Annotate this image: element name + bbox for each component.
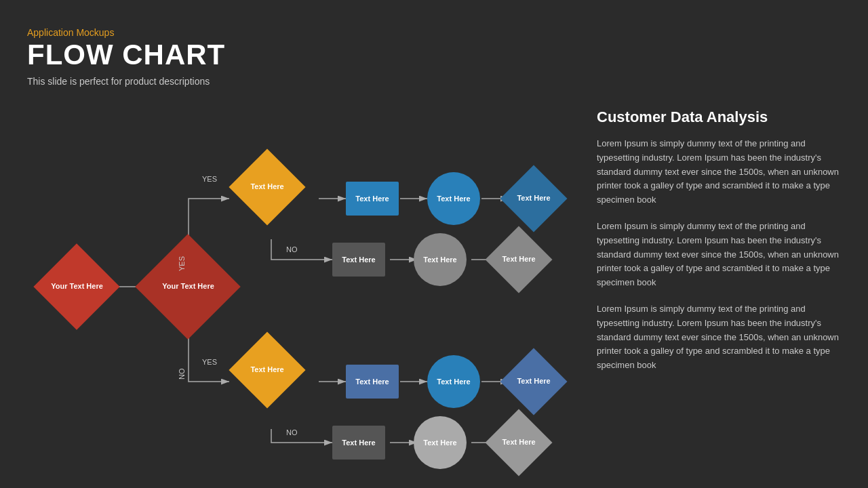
mid-rect-1: Text Here (332, 243, 385, 277)
yes-label-lower: YES (202, 358, 217, 366)
bot-bot-rect-1: Text Here (332, 426, 385, 460)
top-rect-1: Text Here (346, 182, 399, 216)
top-diamond-end: Text Here (500, 165, 568, 232)
top-circle: Text Here (427, 172, 480, 225)
no-label-upper: NO (286, 245, 298, 253)
header-title: FLOW CHART (27, 41, 225, 69)
header-subtitle: Application Mockups (27, 27, 225, 38)
decision1-diamond: Your Text Here (135, 234, 241, 340)
bot-top-diamond-end: Text Here (500, 348, 568, 415)
decision-yes-lower-label: Text Here (250, 365, 283, 374)
mid-diamond-end: Text Here (486, 226, 553, 293)
right-panel: Customer Data Analysis Lorem Ipsum is si… (597, 108, 848, 385)
yes-vertical-label: YES (178, 230, 186, 271)
decision-yes-upper-label: Text Here (250, 182, 283, 191)
flowchart: Your Text Here Your Text Here YES YES NO… (20, 95, 570, 474)
right-panel-para-2: Lorem Ipsum is simply dummy text of the … (597, 220, 848, 290)
header-description: This slide is perfect for product descri… (27, 76, 225, 87)
bot-bot-diamond-end: Text Here (486, 409, 553, 476)
no-vertical-label: NO (178, 339, 186, 380)
start-diamond: Your Text Here (33, 243, 119, 329)
no-label-bottom: NO (286, 428, 298, 436)
decision-yes-lower: Text Here (229, 331, 305, 408)
header: Application Mockups FLOW CHART This slid… (27, 27, 225, 87)
yes-label-upper: YES (202, 175, 217, 183)
mid-circle: Text Here (414, 233, 467, 286)
start-label: Your Text Here (51, 282, 103, 291)
decision-yes-upper: Text Here (229, 148, 305, 225)
right-panel-para-3: Lorem Ipsum is simply dummy text of the … (597, 302, 848, 373)
bot-top-rect-1: Text Here (346, 365, 399, 399)
decision1-label: Your Text Here (162, 282, 214, 291)
right-panel-para-1: Lorem Ipsum is simply dummy text of the … (597, 137, 848, 207)
bot-top-circle: Text Here (427, 355, 480, 408)
bot-bot-circle: Text Here (414, 416, 467, 469)
right-panel-title: Customer Data Analysis (597, 108, 848, 126)
